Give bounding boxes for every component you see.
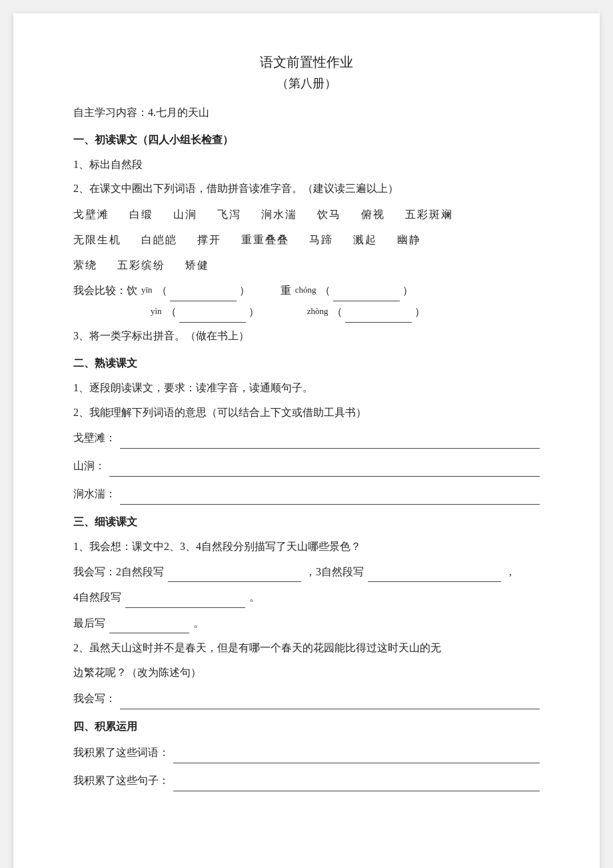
section2-item2: 2、我能理解下列词语的意思（可以结合上下文或借助工具书） — [73, 403, 540, 423]
section3-title: 三、细读课文 — [73, 513, 540, 532]
word2-line: 山涧： — [73, 455, 540, 477]
compare-pinyin4: zhòng — [307, 303, 328, 320]
section1-item3: 3、将一类字标出拼音。（做在书上） — [73, 327, 540, 346]
vocab-row2: 无限生机 白皑皑 撑开 重重叠叠 马蹄 溅起 幽静 — [73, 229, 540, 251]
word1-line: 戈壁滩： — [73, 427, 540, 449]
write1-prefix: 我会写：2自然段写 — [73, 566, 164, 577]
title-sub: （第八册） — [73, 75, 540, 91]
write-para-line1: 我会写：2自然段写，3自然段写， — [73, 562, 540, 582]
sentence-collect-label: 我积累了这些句子： — [73, 770, 169, 791]
self-study-content: 自主学习内容：4.七月的天山 — [73, 103, 540, 123]
section1-item1: 1、标出自然段 — [73, 155, 540, 175]
word3-input[interactable] — [120, 491, 540, 505]
write4-input[interactable] — [120, 696, 540, 709]
sentence-collect-input[interactable] — [173, 778, 540, 791]
write-para-line2: 4自然段写。 — [73, 587, 540, 607]
compare-row2: yìn （） zhòng （） — [73, 301, 540, 323]
word1-input[interactable] — [120, 435, 540, 449]
section4-title: 四、积累运用 — [73, 717, 540, 737]
words-collect-label: 我积累了这些词语： — [73, 742, 169, 763]
compare-pinyin3: yìn — [151, 303, 162, 320]
write4-prefix: 我会写： — [73, 688, 116, 709]
sentence-collect-line: 我积累了这些句子： — [73, 770, 540, 791]
compare-pinyin1: yīn — [141, 281, 153, 299]
section1-title: 一、初读课文（四人小组长检查） — [73, 131, 540, 150]
word2-input[interactable] — [109, 463, 540, 477]
words-collect-input[interactable] — [173, 750, 540, 763]
word3-line: 涧水湍： — [73, 483, 540, 505]
write1-blank1[interactable] — [168, 581, 301, 582]
write3-prefix: 最后写 — [73, 617, 105, 629]
write3-blank[interactable] — [109, 633, 189, 633]
section3-item2-text2: 边繁花呢？（改为陈述句） — [73, 663, 540, 683]
write1-blank2[interactable] — [368, 581, 501, 582]
section2-item1: 1、逐段朗读课文，要求：读准字音，读通顺句子。 — [73, 379, 540, 398]
section1-item2: 2、在课文中圈出下列词语，借助拼音读准字音。（建议读三遍以上） — [73, 179, 540, 199]
write2-blank[interactable] — [125, 607, 245, 608]
page: 语文前置性作业 （第八册） 自主学习内容：4.七月的天山 一、初读课文（四人小组… — [13, 13, 600, 868]
word3-label: 涧水湍： — [73, 483, 116, 505]
word1-label: 戈壁滩： — [73, 427, 116, 449]
write2-prefix: 4自然段写 — [73, 591, 121, 603]
words-collect-line: 我积累了这些词语： — [73, 742, 540, 763]
write-para-line3: 最后写。 — [73, 613, 540, 633]
compare-pinyin2: chóng — [295, 281, 316, 299]
compare-section: 我会比较：饮 yīn （） 重 chóng （） yìn （） zhòng （） — [73, 280, 540, 323]
section3-item2-text1: 2、虽然天山这时并不是春天，但是有哪一个春天的花园能比得过这时天山的无 — [73, 639, 540, 658]
word2-label: 山涧： — [73, 455, 105, 477]
vocab-row3: 萦绕 五彩缤纷 矫健 — [73, 255, 540, 276]
write4-line: 我会写： — [73, 688, 540, 709]
title-main: 语文前置性作业 — [73, 53, 540, 71]
compare-blank4[interactable] — [345, 322, 412, 323]
compare-label: 我会比较：饮 — [73, 280, 137, 301]
vocab-row1: 戈壁滩 白缎 山涧 飞泻 涧水湍 饮马 俯视 五彩斑斓 — [73, 204, 540, 225]
compare-blank3[interactable] — [179, 322, 246, 323]
section3-item1: 1、我会想：课文中2、3、4自然段分别描写了天山哪些景色？ — [73, 537, 540, 557]
section2-title: 二、熟读课文 — [73, 354, 540, 373]
